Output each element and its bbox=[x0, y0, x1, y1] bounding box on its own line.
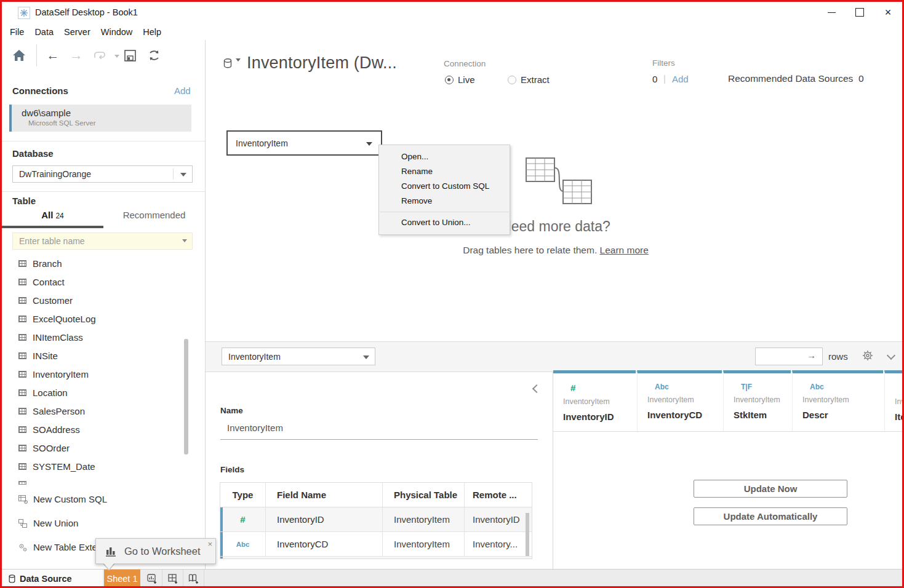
chevron-down-icon bbox=[180, 173, 186, 177]
type-number-icon: # bbox=[570, 383, 636, 393]
menu-item-remove[interactable]: Remove bbox=[379, 194, 510, 209]
sidebar-scrollbar[interactable] bbox=[184, 339, 188, 455]
grid-column-inventorycd[interactable]: Abc InventoryItem InventoryCD bbox=[637, 370, 722, 431]
field-name-cell: InventoryCD bbox=[266, 532, 383, 556]
menu-server[interactable]: Server bbox=[62, 26, 97, 38]
new-worksheet-button[interactable] bbox=[142, 570, 162, 588]
fields-table-scrollbar[interactable] bbox=[526, 513, 529, 556]
datasource-title[interactable]: InventoryItem (Dw... bbox=[247, 54, 397, 73]
table-grid-icon bbox=[18, 260, 26, 267]
table-name-field[interactable]: InventoryItem bbox=[220, 423, 538, 440]
field-name-cell: InventoryID bbox=[266, 507, 383, 531]
close-button[interactable]: × bbox=[874, 2, 902, 23]
table-grid-icon bbox=[18, 408, 26, 415]
update-automatically-button[interactable]: Update Automatically bbox=[694, 507, 847, 525]
save-button[interactable] bbox=[121, 47, 138, 64]
live-radio[interactable]: Live bbox=[445, 74, 475, 85]
grid-column-clipped[interactable]: # Inve Ite bbox=[884, 370, 904, 431]
menu-file[interactable]: File bbox=[8, 26, 30, 38]
extract-radio[interactable]: Extract bbox=[508, 74, 550, 85]
tab-sheet1[interactable]: Sheet 1 bbox=[104, 570, 140, 588]
table-grid-icon bbox=[18, 445, 26, 451]
database-select[interactable]: DwTrainingOrange bbox=[12, 165, 193, 183]
update-now-button[interactable]: Update Now bbox=[694, 480, 847, 498]
table-item-location[interactable]: Location bbox=[2, 383, 184, 402]
home-button[interactable] bbox=[10, 47, 28, 64]
drag-tables-text: Drag tables here to relate them. bbox=[463, 245, 597, 255]
grid-column-stkitem[interactable]: T|F InventoryItem StkItem bbox=[723, 370, 791, 431]
undo-button[interactable] bbox=[91, 47, 108, 64]
refresh-button[interactable] bbox=[145, 47, 162, 64]
datasource-db-icon[interactable] bbox=[223, 58, 233, 73]
detail-table-select[interactable]: InventoryItem bbox=[222, 348, 375, 365]
connection-card[interactable]: dw6\sample Microsoft SQL Server bbox=[9, 105, 191, 132]
recommended-datasources-label[interactable]: Recommended Data Sources 0 bbox=[728, 73, 864, 84]
table-item-clipped[interactable] bbox=[18, 479, 142, 485]
gear-icon bbox=[862, 350, 873, 361]
new-story-button[interactable] bbox=[184, 570, 204, 588]
table-item-excelquotelog[interactable]: ExcelQuoteLog bbox=[2, 309, 184, 328]
table-menu-caret-icon[interactable] bbox=[366, 142, 372, 146]
table-grid-icon bbox=[18, 371, 26, 378]
grid-col-table: InventoryItem bbox=[734, 395, 791, 404]
table-item-customer[interactable]: Customer bbox=[2, 291, 184, 309]
datasource-caret-icon[interactable] bbox=[236, 58, 241, 62]
tooltip-close-icon[interactable]: × bbox=[207, 539, 212, 549]
tab-data-source[interactable]: Data Source bbox=[2, 570, 103, 588]
table-grid-icon bbox=[18, 352, 26, 359]
table-search-input[interactable] bbox=[12, 232, 193, 250]
type-string-icon: Abc bbox=[220, 532, 266, 556]
table-item-soorder[interactable]: SOOrder bbox=[2, 439, 184, 457]
menu-item-open[interactable]: Open... bbox=[379, 149, 510, 164]
type-boolean-icon: T|F bbox=[741, 383, 791, 391]
menu-item-convert-union[interactable]: Convert to Union... bbox=[379, 215, 510, 230]
learn-more-link[interactable]: Learn more bbox=[600, 245, 649, 255]
table-item-salesperson[interactable]: SalesPerson bbox=[2, 402, 184, 420]
new-dashboard-button[interactable] bbox=[163, 570, 183, 588]
maximize-button[interactable] bbox=[846, 2, 874, 23]
tab-recommended[interactable]: Recommended bbox=[103, 210, 205, 226]
table-item-contact[interactable]: Contact bbox=[2, 272, 184, 291]
add-filter-link[interactable]: Add bbox=[672, 74, 689, 84]
go-to-worksheet-tooltip[interactable]: Go to Worksheet × bbox=[95, 538, 216, 564]
field-row-inventorycd[interactable]: Abc InventoryCD InventoryItem Inventory.… bbox=[220, 532, 532, 557]
add-connection-link[interactable]: Add bbox=[174, 85, 188, 96]
tab-all[interactable]: All24 bbox=[2, 210, 103, 226]
grid-column-descr[interactable]: Abc InventoryItem Descr bbox=[792, 370, 883, 431]
collapse-panel-chevron-icon[interactable] bbox=[532, 384, 541, 393]
physical-table-cell: InventoryItem bbox=[383, 532, 465, 556]
search-chevron-down-icon[interactable] bbox=[182, 239, 187, 242]
menu-item-convert-custom-sql[interactable]: Convert to Custom SQL bbox=[379, 179, 510, 194]
new-worksheet-icon bbox=[147, 574, 158, 584]
back-button[interactable]: ← bbox=[44, 47, 62, 64]
menu-window[interactable]: Window bbox=[99, 26, 139, 38]
apply-rows-arrow-icon[interactable]: → bbox=[807, 350, 816, 360]
canvas-table-inventoryitem[interactable]: InventoryItem bbox=[226, 130, 382, 156]
select-divider bbox=[173, 169, 174, 180]
table-item-initemclass[interactable]: INItemClass bbox=[2, 328, 184, 346]
table-item-system-date[interactable]: SYSTEM_Date bbox=[2, 457, 184, 475]
forward-button[interactable]: → bbox=[68, 47, 85, 64]
database-icon bbox=[9, 574, 15, 583]
table-item-insite[interactable]: INSite bbox=[2, 346, 184, 365]
table-item-soaddress[interactable]: SOAddress bbox=[2, 420, 184, 439]
field-row-inventoryid[interactable]: # InventoryID InventoryItem InventoryID bbox=[220, 507, 532, 532]
custom-sql-icon bbox=[18, 495, 28, 503]
grid-column-inventoryid[interactable]: # InventoryItem InventoryID bbox=[553, 370, 636, 431]
new-custom-sql-item[interactable]: New Custom SQL bbox=[2, 490, 184, 508]
new-union-item[interactable]: New Union bbox=[2, 514, 184, 532]
menu-data[interactable]: Data bbox=[33, 26, 60, 38]
menu-help[interactable]: Help bbox=[141, 26, 167, 38]
menu-item-rename[interactable]: Rename bbox=[379, 164, 510, 179]
new-custom-sql-label: New Custom SQL bbox=[33, 494, 107, 504]
table-item-inventoryitem[interactable]: InventoryItem bbox=[2, 365, 184, 383]
physical-table-cell: InventoryItem bbox=[383, 507, 465, 531]
table-item-branch[interactable]: Branch bbox=[2, 254, 184, 272]
undo-menu-caret-icon[interactable] bbox=[114, 55, 119, 58]
grid-settings-button[interactable] bbox=[862, 350, 873, 364]
tab-all-count: 24 bbox=[55, 212, 63, 220]
col-field-name: Field Name bbox=[266, 483, 383, 507]
minimize-button[interactable] bbox=[817, 2, 846, 23]
chevron-down-icon bbox=[363, 356, 369, 359]
new-story-icon bbox=[188, 574, 199, 584]
